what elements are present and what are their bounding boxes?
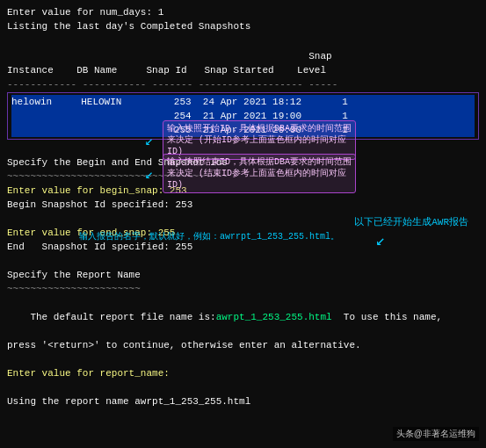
line-blank6 — [7, 380, 479, 394]
table-snap-label: Snap — [7, 49, 479, 63]
line-using-report: Using the report name awrpt_1_253_255.ht… — [7, 394, 479, 408]
annotation-report-name: 输入报告的名字，默认就好，例如：awrrpt_1_253_255.html。 — [79, 230, 339, 242]
line-blank7 — [7, 408, 479, 423]
table-divider: ------------ ----------- ------- -------… — [7, 77, 479, 91]
line-num-days: Enter value for num_days: 1 — [7, 5, 479, 19]
table-row-1: helowin HELOWIN 253 24 Apr 2021 18:12 1 — [11, 95, 475, 109]
line-blank5 — [7, 352, 479, 366]
line-begin-specified: Begin Snapshot Id specified: 253 — [7, 198, 479, 212]
line-blank4 — [7, 254, 479, 268]
line-specify-report: Specify the Report Name — [7, 268, 479, 282]
default-filename: awrpt_1_253_255.html — [216, 312, 332, 322]
annotation-arrow-2: ↙ — [145, 165, 154, 183]
line-default-name: The default report file name is:awrpt_1_… — [7, 296, 479, 338]
line-press-return: press '<return>' to continue, otherwise … — [7, 338, 479, 352]
table-col-header: Instance DB Name Snap Id Snap Started Le… — [7, 63, 479, 77]
annotation-arrow-3: ↙ — [375, 230, 385, 249]
line-enter-report: Enter value for report_name: — [7, 366, 479, 380]
watermark: 头条@非著名运维狗 — [393, 427, 479, 441]
line-blank1 — [7, 33, 479, 47]
annotation-awr-started: 以下已经开始生成AWR报告 — [354, 215, 468, 228]
terminal-window: Enter value for num_days: 1 Listing the … — [0, 0, 486, 448]
annotation-end-snap: 输入快照结束ID，具体根据DBA要求的时间范围来决定 (结束ID参考上面蓝色框内… — [163, 154, 356, 193]
line-divider3: ~~~~~~~~~~~~~~~~~~~~~~~ — [7, 282, 479, 296]
annotation-arrow-1: ↙ — [145, 132, 154, 149]
line-listing: Listing the last day's Completed Snapsho… — [7, 19, 479, 33]
